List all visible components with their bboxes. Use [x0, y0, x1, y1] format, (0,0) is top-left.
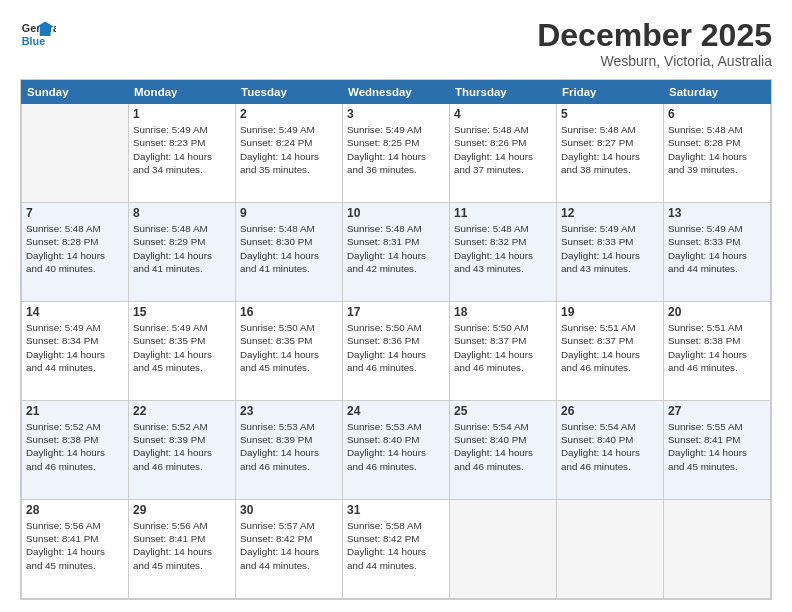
cal-cell-empty [664, 500, 771, 599]
cal-cell-7: 7Sunrise: 5:48 AM Sunset: 8:28 PM Daylig… [22, 203, 129, 302]
cal-cell-17: 17Sunrise: 5:50 AM Sunset: 8:36 PM Dayli… [343, 302, 450, 401]
cal-cell-28: 28Sunrise: 5:56 AM Sunset: 8:41 PM Dayli… [22, 500, 129, 599]
cal-cell-11: 11Sunrise: 5:48 AM Sunset: 8:32 PM Dayli… [450, 203, 557, 302]
day-number: 9 [240, 206, 338, 220]
logo: GeneralBlue [20, 18, 56, 54]
cell-info: Sunrise: 5:57 AM Sunset: 8:42 PM Dayligh… [240, 519, 338, 572]
cal-cell-8: 8Sunrise: 5:48 AM Sunset: 8:29 PM Daylig… [129, 203, 236, 302]
cal-cell-empty [450, 500, 557, 599]
cal-cell-10: 10Sunrise: 5:48 AM Sunset: 8:31 PM Dayli… [343, 203, 450, 302]
page: GeneralBlue December 2025 Wesburn, Victo… [0, 0, 792, 612]
title-block: December 2025 Wesburn, Victoria, Austral… [537, 18, 772, 69]
cal-cell-5: 5Sunrise: 5:48 AM Sunset: 8:27 PM Daylig… [557, 104, 664, 203]
day-header-sunday: Sunday [22, 81, 129, 104]
cal-cell-22: 22Sunrise: 5:52 AM Sunset: 8:39 PM Dayli… [129, 401, 236, 500]
cell-info: Sunrise: 5:48 AM Sunset: 8:27 PM Dayligh… [561, 123, 659, 176]
day-number: 3 [347, 107, 445, 121]
day-number: 4 [454, 107, 552, 121]
day-number: 10 [347, 206, 445, 220]
header: GeneralBlue December 2025 Wesburn, Victo… [20, 18, 772, 69]
cal-cell-15: 15Sunrise: 5:49 AM Sunset: 8:35 PM Dayli… [129, 302, 236, 401]
subtitle: Wesburn, Victoria, Australia [537, 53, 772, 69]
cell-info: Sunrise: 5:48 AM Sunset: 8:30 PM Dayligh… [240, 222, 338, 275]
day-number: 25 [454, 404, 552, 418]
day-number: 12 [561, 206, 659, 220]
cal-cell-31: 31Sunrise: 5:58 AM Sunset: 8:42 PM Dayli… [343, 500, 450, 599]
day-number: 24 [347, 404, 445, 418]
cal-cell-4: 4Sunrise: 5:48 AM Sunset: 8:26 PM Daylig… [450, 104, 557, 203]
day-number: 1 [133, 107, 231, 121]
cal-cell-25: 25Sunrise: 5:54 AM Sunset: 8:40 PM Dayli… [450, 401, 557, 500]
cell-info: Sunrise: 5:49 AM Sunset: 8:25 PM Dayligh… [347, 123, 445, 176]
cell-info: Sunrise: 5:50 AM Sunset: 8:35 PM Dayligh… [240, 321, 338, 374]
cal-cell-21: 21Sunrise: 5:52 AM Sunset: 8:38 PM Dayli… [22, 401, 129, 500]
day-number: 16 [240, 305, 338, 319]
cal-cell-19: 19Sunrise: 5:51 AM Sunset: 8:37 PM Dayli… [557, 302, 664, 401]
main-title: December 2025 [537, 18, 772, 53]
day-number: 28 [26, 503, 124, 517]
day-header-thursday: Thursday [450, 81, 557, 104]
day-header-tuesday: Tuesday [236, 81, 343, 104]
svg-text:Blue: Blue [22, 35, 45, 47]
day-number: 5 [561, 107, 659, 121]
day-number: 22 [133, 404, 231, 418]
day-number: 26 [561, 404, 659, 418]
day-header-friday: Friday [557, 81, 664, 104]
cal-cell-empty [557, 500, 664, 599]
cal-cell-18: 18Sunrise: 5:50 AM Sunset: 8:37 PM Dayli… [450, 302, 557, 401]
cell-info: Sunrise: 5:51 AM Sunset: 8:38 PM Dayligh… [668, 321, 766, 374]
cal-cell-27: 27Sunrise: 5:55 AM Sunset: 8:41 PM Dayli… [664, 401, 771, 500]
cal-cell-16: 16Sunrise: 5:50 AM Sunset: 8:35 PM Dayli… [236, 302, 343, 401]
calendar: SundayMondayTuesdayWednesdayThursdayFrid… [20, 79, 772, 600]
day-number: 6 [668, 107, 766, 121]
day-number: 13 [668, 206, 766, 220]
day-number: 14 [26, 305, 124, 319]
cal-cell-29: 29Sunrise: 5:56 AM Sunset: 8:41 PM Dayli… [129, 500, 236, 599]
cell-info: Sunrise: 5:55 AM Sunset: 8:41 PM Dayligh… [668, 420, 766, 473]
day-number: 19 [561, 305, 659, 319]
cell-info: Sunrise: 5:48 AM Sunset: 8:31 PM Dayligh… [347, 222, 445, 275]
cal-cell-9: 9Sunrise: 5:48 AM Sunset: 8:30 PM Daylig… [236, 203, 343, 302]
cell-info: Sunrise: 5:53 AM Sunset: 8:39 PM Dayligh… [240, 420, 338, 473]
cell-info: Sunrise: 5:54 AM Sunset: 8:40 PM Dayligh… [454, 420, 552, 473]
cell-info: Sunrise: 5:48 AM Sunset: 8:29 PM Dayligh… [133, 222, 231, 275]
cell-info: Sunrise: 5:53 AM Sunset: 8:40 PM Dayligh… [347, 420, 445, 473]
day-number: 8 [133, 206, 231, 220]
cal-cell-2: 2Sunrise: 5:49 AM Sunset: 8:24 PM Daylig… [236, 104, 343, 203]
day-number: 21 [26, 404, 124, 418]
day-number: 15 [133, 305, 231, 319]
day-number: 27 [668, 404, 766, 418]
cell-info: Sunrise: 5:56 AM Sunset: 8:41 PM Dayligh… [26, 519, 124, 572]
cell-info: Sunrise: 5:49 AM Sunset: 8:35 PM Dayligh… [133, 321, 231, 374]
cell-info: Sunrise: 5:52 AM Sunset: 8:39 PM Dayligh… [133, 420, 231, 473]
day-number: 7 [26, 206, 124, 220]
cell-info: Sunrise: 5:52 AM Sunset: 8:38 PM Dayligh… [26, 420, 124, 473]
cal-cell-13: 13Sunrise: 5:49 AM Sunset: 8:33 PM Dayli… [664, 203, 771, 302]
cell-info: Sunrise: 5:49 AM Sunset: 8:23 PM Dayligh… [133, 123, 231, 176]
cal-cell-6: 6Sunrise: 5:48 AM Sunset: 8:28 PM Daylig… [664, 104, 771, 203]
cell-info: Sunrise: 5:48 AM Sunset: 8:26 PM Dayligh… [454, 123, 552, 176]
day-number: 29 [133, 503, 231, 517]
cell-info: Sunrise: 5:58 AM Sunset: 8:42 PM Dayligh… [347, 519, 445, 572]
cal-cell-12: 12Sunrise: 5:49 AM Sunset: 8:33 PM Dayli… [557, 203, 664, 302]
cal-cell-30: 30Sunrise: 5:57 AM Sunset: 8:42 PM Dayli… [236, 500, 343, 599]
cal-cell-23: 23Sunrise: 5:53 AM Sunset: 8:39 PM Dayli… [236, 401, 343, 500]
cell-info: Sunrise: 5:54 AM Sunset: 8:40 PM Dayligh… [561, 420, 659, 473]
cell-info: Sunrise: 5:50 AM Sunset: 8:36 PM Dayligh… [347, 321, 445, 374]
day-number: 11 [454, 206, 552, 220]
day-header-monday: Monday [129, 81, 236, 104]
cell-info: Sunrise: 5:48 AM Sunset: 8:28 PM Dayligh… [26, 222, 124, 275]
day-number: 31 [347, 503, 445, 517]
day-number: 2 [240, 107, 338, 121]
svg-text:General: General [22, 22, 56, 34]
day-number: 18 [454, 305, 552, 319]
cell-info: Sunrise: 5:49 AM Sunset: 8:34 PM Dayligh… [26, 321, 124, 374]
cell-info: Sunrise: 5:49 AM Sunset: 8:24 PM Dayligh… [240, 123, 338, 176]
cell-info: Sunrise: 5:48 AM Sunset: 8:28 PM Dayligh… [668, 123, 766, 176]
cell-info: Sunrise: 5:56 AM Sunset: 8:41 PM Dayligh… [133, 519, 231, 572]
cell-info: Sunrise: 5:49 AM Sunset: 8:33 PM Dayligh… [561, 222, 659, 275]
cell-info: Sunrise: 5:50 AM Sunset: 8:37 PM Dayligh… [454, 321, 552, 374]
day-header-wednesday: Wednesday [343, 81, 450, 104]
cell-info: Sunrise: 5:49 AM Sunset: 8:33 PM Dayligh… [668, 222, 766, 275]
logo-icon: GeneralBlue [20, 18, 56, 54]
